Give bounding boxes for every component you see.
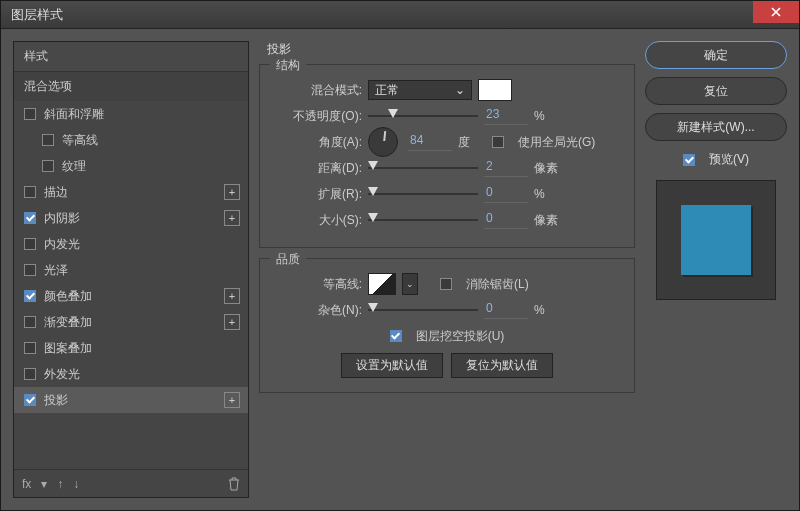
close-button[interactable] [753, 1, 799, 23]
knockout-checkbox[interactable] [390, 330, 402, 342]
add-icon[interactable]: + [224, 210, 240, 226]
fx-menu[interactable]: fx [22, 477, 31, 491]
preview-box [656, 180, 776, 300]
add-icon[interactable]: + [224, 288, 240, 304]
contour-picker[interactable] [368, 273, 396, 295]
angle-label: 角度(A): [274, 134, 362, 151]
trash-icon[interactable] [228, 477, 240, 491]
styles-panel: 样式 混合选项 斜面和浮雕 等高线 纹理 描边+ 内阴影+ 内发光 光泽 颜色叠… [13, 41, 249, 498]
knockout-label: 图层挖空投影(U) [416, 328, 505, 345]
chevron-down-icon: ⌄ [455, 83, 465, 97]
action-panel: 确定 复位 新建样式(W)... 预览(V) [645, 41, 787, 498]
structure-group: 结构 混合模式: 正常⌄ 不透明度(O): 23 % 角度(A): 84 度 [259, 64, 635, 248]
effect-contour[interactable]: 等高线 [14, 127, 248, 153]
preview-swatch [681, 205, 751, 275]
quality-group: 品质 等高线: ⌄ 消除锯齿(L) 杂色(N): 0 % 图 [259, 258, 635, 393]
noise-label: 杂色(N): [274, 302, 362, 319]
size-value[interactable]: 0 [484, 211, 528, 229]
checkbox[interactable] [24, 290, 36, 302]
reset-default-button[interactable]: 复位为默认值 [451, 353, 553, 378]
arrow-up-icon[interactable]: ↑ [57, 477, 63, 491]
settings-panel: 投影 结构 混合模式: 正常⌄ 不透明度(O): 23 % 角度(A): [259, 41, 635, 498]
checkbox[interactable] [24, 316, 36, 328]
checkbox[interactable] [24, 368, 36, 380]
add-icon[interactable]: + [224, 314, 240, 330]
chevron-down-icon: ▾ [41, 477, 47, 491]
effect-bevel[interactable]: 斜面和浮雕 [14, 101, 248, 127]
angle-dial[interactable] [368, 127, 398, 157]
layer-style-dialog: 图层样式 样式 混合选项 斜面和浮雕 等高线 纹理 描边+ 内阴影+ 内发光 光… [0, 0, 800, 511]
size-label: 大小(S): [274, 212, 362, 229]
distance-label: 距离(D): [274, 160, 362, 177]
close-icon [771, 7, 781, 17]
noise-slider[interactable] [368, 302, 478, 318]
blending-options[interactable]: 混合选项 [14, 71, 248, 101]
effect-stroke[interactable]: 描边+ [14, 179, 248, 205]
effect-pattern-overlay[interactable]: 图案叠加 [14, 335, 248, 361]
distance-value[interactable]: 2 [484, 159, 528, 177]
global-light-checkbox[interactable] [492, 136, 504, 148]
checkbox[interactable] [24, 342, 36, 354]
blend-mode-select[interactable]: 正常⌄ [368, 80, 472, 100]
blend-mode-label: 混合模式: [274, 82, 362, 99]
make-default-button[interactable]: 设置为默认值 [341, 353, 443, 378]
spread-value[interactable]: 0 [484, 185, 528, 203]
panel-title: 投影 [259, 41, 635, 64]
checkbox[interactable] [24, 264, 36, 276]
size-slider[interactable] [368, 212, 478, 228]
panel-footer: fx ▾ ↑ ↓ [14, 469, 248, 497]
effect-color-overlay[interactable]: 颜色叠加+ [14, 283, 248, 309]
preview-checkbox[interactable] [683, 154, 695, 166]
styles-header: 样式 [14, 42, 248, 71]
preview-label: 预览(V) [709, 151, 749, 168]
antialias-label: 消除锯齿(L) [466, 276, 529, 293]
opacity-label: 不透明度(O): [274, 108, 362, 125]
noise-value[interactable]: 0 [484, 301, 528, 319]
spread-slider[interactable] [368, 186, 478, 202]
effect-drop-shadow[interactable]: 投影+ [14, 387, 248, 413]
checkbox[interactable] [24, 212, 36, 224]
effect-texture[interactable]: 纹理 [14, 153, 248, 179]
new-style-button[interactable]: 新建样式(W)... [645, 113, 787, 141]
checkbox[interactable] [42, 134, 54, 146]
checkbox[interactable] [24, 394, 36, 406]
group-legend: 结构 [270, 57, 306, 74]
effect-gradient-overlay[interactable]: 渐变叠加+ [14, 309, 248, 335]
checkbox[interactable] [24, 238, 36, 250]
add-icon[interactable]: + [224, 392, 240, 408]
effect-inner-glow[interactable]: 内发光 [14, 231, 248, 257]
angle-value[interactable]: 84 [408, 133, 452, 151]
contour-dropdown[interactable]: ⌄ [402, 273, 418, 295]
distance-slider[interactable] [368, 160, 478, 176]
effect-inner-shadow[interactable]: 内阴影+ [14, 205, 248, 231]
checkbox[interactable] [24, 186, 36, 198]
dialog-body: 样式 混合选项 斜面和浮雕 等高线 纹理 描边+ 内阴影+ 内发光 光泽 颜色叠… [1, 29, 799, 510]
spread-label: 扩展(R): [274, 186, 362, 203]
global-light-label: 使用全局光(G) [518, 134, 595, 151]
arrow-down-icon[interactable]: ↓ [73, 477, 79, 491]
add-icon[interactable]: + [224, 184, 240, 200]
checkbox[interactable] [42, 160, 54, 172]
opacity-slider[interactable] [368, 108, 478, 124]
effect-list: 斜面和浮雕 等高线 纹理 描边+ 内阴影+ 内发光 光泽 颜色叠加+ 渐变叠加+… [14, 101, 248, 469]
opacity-value[interactable]: 23 [484, 107, 528, 125]
color-swatch[interactable] [478, 79, 512, 101]
contour-label: 等高线: [274, 276, 362, 293]
window-title: 图层样式 [11, 6, 63, 24]
effect-satin[interactable]: 光泽 [14, 257, 248, 283]
antialias-checkbox[interactable] [440, 278, 452, 290]
checkbox[interactable] [24, 108, 36, 120]
effect-outer-glow[interactable]: 外发光 [14, 361, 248, 387]
group-legend: 品质 [270, 251, 306, 268]
titlebar[interactable]: 图层样式 [1, 1, 799, 29]
cancel-button[interactable]: 复位 [645, 77, 787, 105]
ok-button[interactable]: 确定 [645, 41, 787, 69]
